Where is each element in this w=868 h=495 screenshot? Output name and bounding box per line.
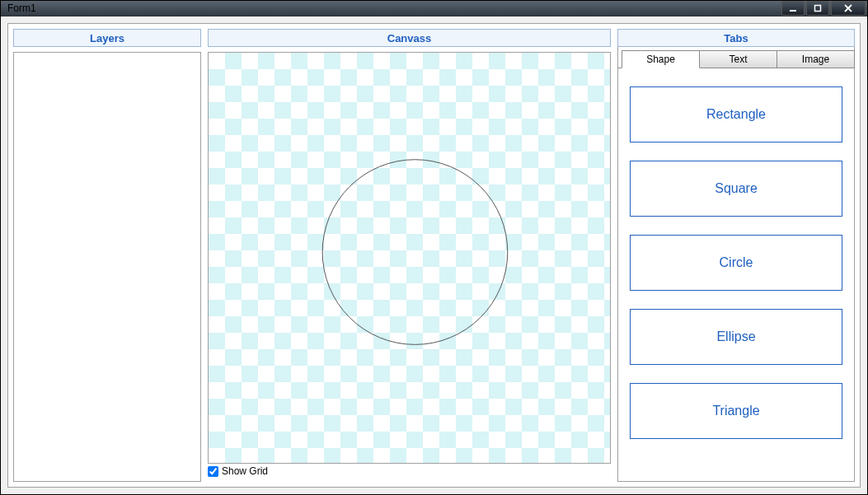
tabs-body: Shape Text Image Rectangle Square Circle… <box>617 47 855 482</box>
minimize-icon <box>789 4 797 12</box>
canvas-header: Canvass <box>208 29 611 47</box>
shape-button-square[interactable]: Square <box>630 161 842 217</box>
main-panel: Layers Canvass Show Grid Tabs <box>7 23 861 488</box>
canvas-panel: Canvass Show Grid <box>208 29 611 482</box>
tab-image[interactable]: Image <box>777 50 855 68</box>
layers-panel: Layers <box>13 29 201 482</box>
shape-button-ellipse[interactable]: Ellipse <box>630 309 842 365</box>
close-icon <box>844 4 852 12</box>
titlebar[interactable]: Form1 <box>1 1 867 16</box>
show-grid-row[interactable]: Show Grid <box>208 464 611 477</box>
window-title: Form1 <box>7 2 36 14</box>
circle-shape <box>322 160 508 345</box>
window: Form1 Layers Canvass <box>0 0 868 495</box>
client-area: Layers Canvass Show Grid Tabs <box>1 16 867 494</box>
close-button[interactable] <box>831 1 866 16</box>
shape-button-triangle[interactable]: Triangle <box>630 383 842 439</box>
layers-list[interactable] <box>13 52 201 482</box>
shape-button-rectangle[interactable]: Rectangle <box>630 86 842 142</box>
layers-header: Layers <box>13 29 201 47</box>
tabs-header: Tabs <box>617 29 855 47</box>
maximize-icon <box>814 4 822 12</box>
tab-content-shape: Rectangle Square Circle Ellipse Triangle <box>618 68 854 481</box>
canvas-shape-circle <box>209 53 610 463</box>
tab-shape[interactable]: Shape <box>622 50 700 68</box>
canvas-area[interactable] <box>208 52 611 464</box>
minimize-button[interactable] <box>781 1 805 16</box>
window-buttons <box>781 1 866 16</box>
tab-text[interactable]: Text <box>699 50 777 68</box>
tabs-panel: Tabs Shape Text Image Rectangle Square C… <box>617 29 855 482</box>
tabstrip: Shape Text Image <box>618 50 854 68</box>
show-grid-checkbox[interactable] <box>208 466 218 477</box>
svg-rect-1 <box>815 6 821 12</box>
maximize-button[interactable] <box>806 1 829 16</box>
shape-button-circle[interactable]: Circle <box>630 235 842 291</box>
show-grid-label: Show Grid <box>222 465 268 477</box>
